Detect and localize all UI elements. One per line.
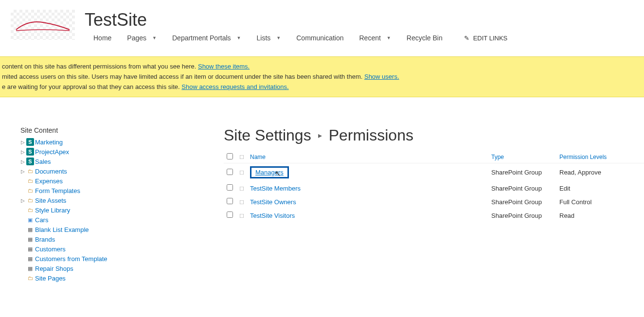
tree-link[interactable]: Sales — [35, 158, 51, 165]
tree-item-site-assets[interactable]: ▷🗀Site Assets — [20, 195, 195, 205]
content-area: Site Settings ▸ Permissions ☐ Name Type … — [195, 126, 644, 283]
show-requests-link[interactable]: Show access requests and invitations. — [181, 83, 288, 90]
tree-item-form-templates[interactable]: 🗀Form Templates — [20, 186, 195, 195]
row-checkbox[interactable] — [227, 169, 233, 175]
folder-icon: 🗀 — [26, 187, 34, 194]
permission-type: SharePoint Group — [488, 163, 556, 182]
show-items-link[interactable]: Show these items. — [198, 63, 250, 70]
nav-label: Home — [93, 34, 111, 42]
tree-item-sales[interactable]: ▷SSales — [20, 157, 195, 166]
expander-icon[interactable]: ▷ — [20, 169, 25, 174]
site-logo[interactable] — [11, 10, 75, 40]
permission-levels: Full Control — [556, 195, 644, 209]
tree-link[interactable]: Site Pages — [35, 275, 66, 282]
expander-icon[interactable]: ▷ — [20, 198, 25, 203]
edit-icon: ☐ — [239, 154, 244, 160]
nav-item-recycle-bin[interactable]: Recycle Bin — [399, 31, 450, 45]
permission-type: SharePoint Group — [488, 209, 556, 222]
tree-link[interactable]: Cars — [35, 216, 48, 224]
permission-name-link[interactable]: Managers — [250, 166, 289, 178]
permission-row: ☐TestSite MembersSharePoint GroupEdit — [224, 181, 644, 195]
list-icon: ▦ — [26, 264, 34, 272]
nav-label: Lists — [257, 34, 271, 42]
folder-icon: 🗀 — [26, 206, 34, 214]
tree-link[interactable]: Customers — [35, 246, 66, 253]
tree-link[interactable]: Form Templates — [35, 187, 80, 194]
tree-link[interactable]: Brands — [35, 236, 55, 243]
notification-line-2: mited access users on this site. Users m… — [2, 72, 644, 82]
tree-item-blank-list-example[interactable]: ▦Blank List Example — [20, 225, 195, 234]
name-header[interactable]: Name — [247, 151, 488, 163]
row-checkbox[interactable] — [227, 198, 233, 204]
folder-icon: 🗀 — [26, 274, 34, 282]
tree-link[interactable]: ProjectApex — [35, 148, 69, 156]
tree-link[interactable]: Site Assets — [35, 197, 66, 204]
nav-item-pages[interactable]: Pages▼ — [119, 31, 164, 45]
edit-links-button[interactable]: ✎EDIT LINKS — [464, 35, 508, 42]
nav-label: Pages — [127, 34, 146, 42]
row-edit-icon[interactable]: ☐ — [239, 213, 244, 219]
tree-item-projectapex[interactable]: ▷SProjectApex — [20, 147, 195, 157]
row-checkbox[interactable] — [227, 184, 233, 191]
edit-links-label: EDIT LINKS — [473, 35, 508, 42]
notification-line-1: content on this site has different permi… — [2, 62, 644, 72]
tree-item-repair-shops[interactable]: ▦Repair Shops — [20, 264, 195, 273]
breadcrumb-part-1[interactable]: Site Settings — [224, 126, 311, 144]
tree-item-expenses[interactable]: 🗀Expenses — [20, 176, 195, 186]
tree-item-documents[interactable]: ▷🗀Documents — [20, 166, 195, 176]
nav-label: Recent — [359, 34, 381, 42]
select-all-checkbox[interactable] — [227, 153, 233, 159]
row-edit-icon[interactable]: ☐ — [239, 199, 244, 205]
expander-icon[interactable]: ▷ — [20, 140, 25, 145]
tree-item-style-library[interactable]: 🗀Style Library — [20, 205, 195, 215]
nav-label: Communication — [296, 34, 343, 42]
breadcrumb-arrow-icon: ▸ — [318, 131, 322, 140]
tree-link[interactable]: Style Library — [35, 207, 70, 214]
main-area: Site Content ▷SMarketing▷SProjectApex▷SS… — [0, 97, 644, 283]
tree-link[interactable]: Documents — [35, 168, 67, 175]
notification-text: e are waiting for your approval so that … — [2, 83, 181, 90]
permission-type: SharePoint Group — [488, 195, 556, 209]
nav-item-lists[interactable]: Lists▼ — [249, 31, 289, 45]
permission-name-link[interactable]: TestSite Visitors — [250, 212, 295, 219]
permission-name-link[interactable]: TestSite Members — [250, 185, 301, 192]
tree-item-customers[interactable]: ▦Customers — [20, 244, 195, 254]
nav-item-department-portals[interactable]: Department Portals▼ — [164, 31, 249, 45]
tree-link[interactable]: Expenses — [35, 177, 63, 185]
tree-item-site-pages[interactable]: 🗀Site Pages — [20, 273, 195, 283]
permission-name-link[interactable]: TestSite Owners — [250, 198, 296, 206]
tree-link[interactable]: Blank List Example — [35, 226, 89, 233]
nav-item-recent[interactable]: Recent▼ — [352, 31, 399, 45]
site-icon: S — [26, 138, 34, 146]
nav-item-communication[interactable]: Communication — [288, 31, 351, 45]
levels-header[interactable]: Permission Levels — [556, 151, 644, 163]
site-content-tree: ▷SMarketing▷SProjectApex▷SSales▷🗀Documen… — [20, 137, 195, 283]
row-edit-icon[interactable]: ☐ — [239, 170, 244, 176]
tree-link[interactable]: Customers from Template — [35, 255, 107, 263]
notification-text: content on this site has different permi… — [2, 63, 198, 70]
chevron-down-icon: ▼ — [387, 35, 391, 40]
tree-item-cars[interactable]: ▣Cars — [20, 215, 195, 225]
nav-item-home[interactable]: Home — [86, 31, 119, 45]
site-icon: S — [26, 158, 34, 165]
type-header[interactable]: Type — [488, 151, 556, 163]
folder-icon: 🗀 — [26, 167, 34, 175]
breadcrumb-part-2: Permissions — [329, 126, 413, 144]
site-title[interactable]: TestSite — [85, 10, 507, 30]
tree-item-brands[interactable]: ▦Brands — [20, 234, 195, 244]
permission-levels: Edit — [556, 181, 644, 195]
tree-item-customers-from-template[interactable]: ▦Customers from Template — [20, 254, 195, 264]
row-checkbox[interactable] — [227, 211, 233, 218]
tree-link[interactable]: Repair Shops — [35, 265, 73, 272]
sidebar: Site Content ▷SMarketing▷SProjectApex▷SS… — [0, 126, 195, 283]
expander-icon[interactable]: ▷ — [20, 159, 25, 164]
permission-levels: Read — [556, 209, 644, 222]
folder-icon: 🗀 — [26, 196, 34, 204]
permissions-table: ☐ Name Type Permission Levels ☐ManagersS… — [224, 151, 644, 222]
row-edit-icon[interactable]: ☐ — [239, 186, 244, 192]
chevron-down-icon: ▼ — [276, 35, 281, 40]
tree-link[interactable]: Marketing — [35, 139, 63, 146]
tree-item-marketing[interactable]: ▷SMarketing — [20, 137, 195, 147]
show-users-link[interactable]: Show users. — [364, 73, 399, 80]
expander-icon[interactable]: ▷ — [20, 149, 25, 155]
